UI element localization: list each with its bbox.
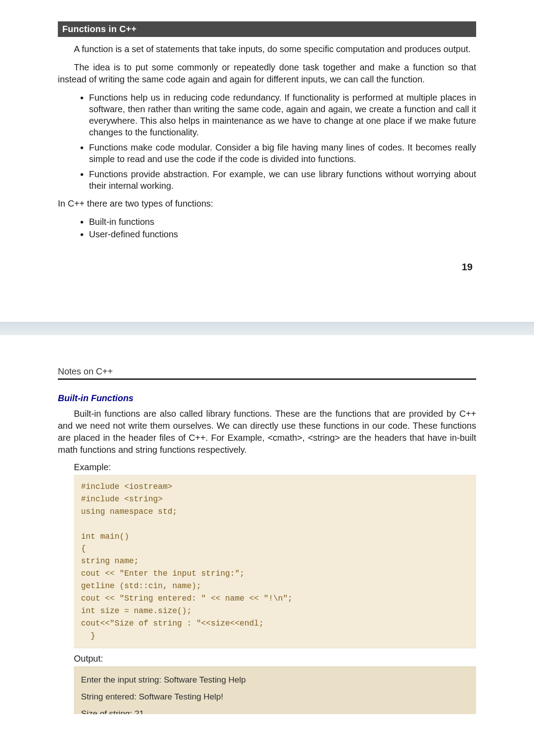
- code-block: #include <iostream> #include <string> us…: [74, 475, 476, 648]
- list-item: Functions make code modular. Consider a …: [89, 142, 476, 165]
- output-block: Enter the input string: Software Testing…: [74, 667, 476, 714]
- list-item: Functions provide abstraction. For examp…: [89, 168, 476, 191]
- section-header-functions: Functions in C++: [58, 21, 476, 37]
- output-label: Output:: [74, 654, 476, 664]
- notes-title: Notes on C++: [58, 366, 476, 380]
- paragraph: Built-in functions are also called libra…: [58, 408, 476, 456]
- page-2: Notes on C++ Built-in Functions Built-in…: [0, 335, 534, 719]
- output-line: Size of string: 21: [81, 705, 469, 714]
- output-line: String entered: Software Testing Help!: [81, 688, 469, 705]
- paragraph: The idea is to put some commonly or repe…: [58, 61, 476, 85]
- bullet-list-benefits: Functions help us in reducing code redun…: [89, 92, 476, 191]
- page-separator: [0, 322, 534, 335]
- paragraph: A function is a set of statements that t…: [58, 43, 476, 55]
- paragraph: In C++ there are two types of functions:: [58, 198, 476, 210]
- list-item: Functions help us in reducing code redun…: [89, 92, 476, 138]
- page-1: Functions in C++ A function is a set of …: [0, 0, 534, 291]
- bullet-list-types: Built-in functions User-defined function…: [89, 216, 476, 240]
- list-item: User-defined functions: [89, 228, 476, 240]
- page-number: 19: [58, 261, 476, 273]
- example-label: Example:: [74, 462, 476, 472]
- subheading-builtin: Built-in Functions: [58, 393, 476, 403]
- output-line: Enter the input string: Software Testing…: [81, 671, 469, 688]
- list-item: Built-in functions: [89, 216, 476, 228]
